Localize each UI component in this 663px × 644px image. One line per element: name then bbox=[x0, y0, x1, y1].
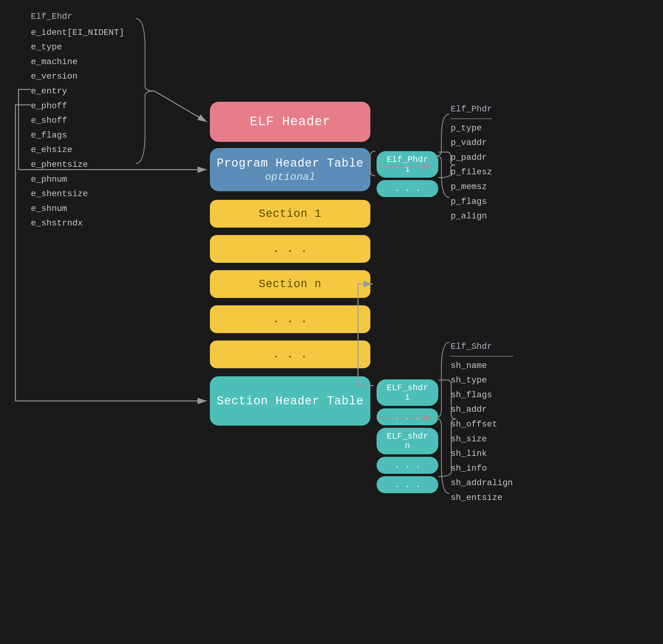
phdr-field-0: p_type bbox=[451, 121, 492, 136]
ehdr-field-1: e_type bbox=[31, 40, 124, 54]
shdr-field-4: sh_offset bbox=[451, 417, 513, 432]
shdr-bubble-3: . . . bbox=[377, 457, 438, 474]
phdr-field-3: p_filesz bbox=[451, 165, 492, 180]
ehdr-field-7: e_flags bbox=[31, 128, 124, 143]
section-dots1-label: . . . bbox=[272, 243, 307, 255]
shdr-field-7: sh_info bbox=[451, 461, 513, 476]
ehdr-field-9: e_phentsize bbox=[31, 157, 124, 172]
shdr-field-9: sh_entsize bbox=[451, 490, 513, 505]
ehdr-struct-title: Elf_Ehdr bbox=[31, 9, 124, 24]
section-dots3-box: . . . bbox=[210, 341, 370, 368]
shdr-bubble-group: ELF_shdr 1 . . . ELF_shdr n . . . . . . bbox=[377, 380, 438, 493]
shdr-field-0: sh_name bbox=[451, 359, 513, 373]
ehdr-field-6: e_shoff bbox=[31, 113, 124, 128]
ehdr-field-0: e_ident[EI_NIDENT] bbox=[31, 25, 124, 40]
phdr-fields: Elf_Phdr p_type p_vaddr p_paddr p_filesz… bbox=[451, 102, 492, 224]
phdr-field-5: p_flags bbox=[451, 194, 492, 209]
svg-line-2 bbox=[154, 91, 207, 122]
shdr-struct-title: Elf_Shdr bbox=[451, 339, 513, 356]
ehdr-field-8: e_ehsize bbox=[31, 142, 124, 157]
diagram-container: ELF Header Program Header Table optional… bbox=[0, 0, 663, 644]
phdr-bubble-0: Elf_Phdr 1 bbox=[377, 151, 438, 178]
section-dots3-label: . . . bbox=[272, 348, 307, 361]
program-header-table-box: Program Header Table optional bbox=[210, 148, 370, 191]
shdr-bubble-0: ELF_shdr 1 bbox=[377, 380, 438, 406]
section-dots2-box: . . . bbox=[210, 305, 370, 333]
shdr-field-6: sh_link bbox=[451, 446, 513, 461]
shdr-field-2: sh_flags bbox=[451, 388, 513, 402]
phdr-field-2: p_paddr bbox=[451, 150, 492, 165]
section-dots2-label: . . . bbox=[272, 313, 307, 326]
phdr-field-6: p_align bbox=[451, 209, 492, 224]
section-1-label: Section 1 bbox=[259, 208, 321, 220]
ehdr-field-3: e_version bbox=[31, 69, 124, 84]
shdr-bubble-2: ELF_shdr n bbox=[377, 428, 438, 454]
ehdr-field-12: e_shnum bbox=[31, 201, 124, 216]
ehdr-field-13: e_shstrndx bbox=[31, 216, 124, 231]
shdr-field-1: sh_type bbox=[451, 373, 513, 388]
phdr-field-4: p_memsz bbox=[451, 180, 492, 194]
section-header-table-box: Section Header Table bbox=[210, 376, 370, 426]
shdr-fields: Elf_Shdr sh_name sh_type sh_flags sh_add… bbox=[451, 339, 513, 505]
shdr-field-5: sh_size bbox=[451, 432, 513, 446]
ehdr-field-4: e_entry bbox=[31, 84, 124, 99]
phdr-field-1: p_vaddr bbox=[451, 135, 492, 150]
phdr-struct-title: Elf_Phdr bbox=[451, 102, 492, 119]
section-dots1-box: . . . bbox=[210, 235, 370, 263]
ehdr-fields: Elf_Ehdr e_ident[EI_NIDENT] e_type e_mac… bbox=[31, 9, 124, 231]
section-1-box: Section 1 bbox=[210, 200, 370, 228]
ehdr-field-2: e_machine bbox=[31, 54, 124, 69]
section-header-table-label: Section Header Table bbox=[217, 394, 363, 408]
ehdr-field-5: e_phoff bbox=[31, 99, 124, 114]
phdr-bubble-group: Elf_Phdr 1 . . . bbox=[377, 151, 438, 197]
ehdr-field-11: e_shentsize bbox=[31, 187, 124, 201]
program-header-sublabel: optional bbox=[265, 171, 315, 183]
shdr-bubble-1: . . . bbox=[377, 408, 438, 425]
phdr-bubble-1: . . . bbox=[377, 180, 438, 197]
shdr-bubble-4: . . . bbox=[377, 476, 438, 493]
elf-header-box: ELF Header bbox=[210, 102, 370, 142]
section-n-box: Section n bbox=[210, 270, 370, 298]
shdr-field-3: sh_addr bbox=[451, 402, 513, 417]
elf-header-label: ELF Header bbox=[250, 114, 331, 129]
section-n-label: Section n bbox=[259, 278, 321, 291]
shdr-field-8: sh_addralign bbox=[451, 476, 513, 490]
ehdr-field-10: e_phnum bbox=[31, 172, 124, 187]
program-header-label: Program Header Table bbox=[217, 157, 363, 170]
